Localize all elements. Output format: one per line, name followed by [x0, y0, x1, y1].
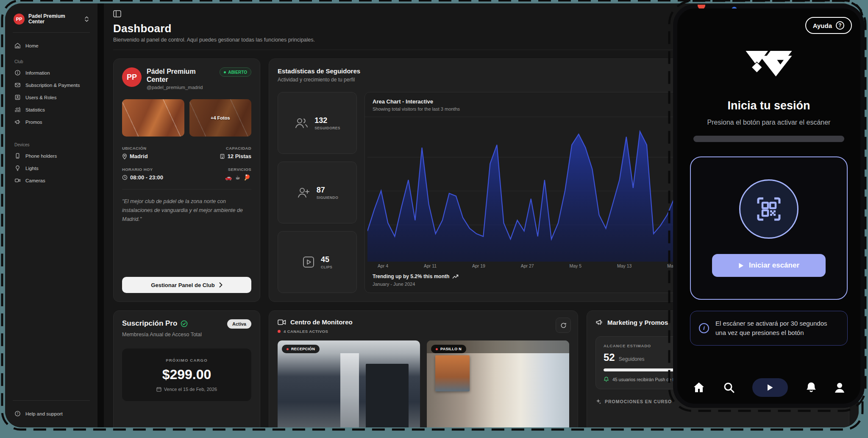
bell-icon [604, 377, 609, 382]
megaphone-icon [595, 318, 603, 326]
phone-bottom-nav [677, 378, 860, 397]
chevron-right-icon [219, 282, 223, 287]
capacity-label: CAPACIDAD [220, 146, 251, 151]
sidebar-section-devices: Devices [14, 142, 88, 147]
x-tick: May 13 [617, 263, 632, 268]
app-logo [744, 49, 794, 81]
calendar-icon [156, 387, 161, 392]
rec-dot [287, 348, 289, 350]
sidebar-item-label: Home [25, 43, 39, 48]
manage-club-button[interactable]: Gestionar Panel de Club [122, 277, 251, 293]
x-tick: May 5 [570, 263, 582, 268]
phone-instruction: Presiona el botón para activar el escáne… [707, 119, 831, 126]
stat-value: 132 [314, 116, 340, 125]
sidebar-item-label: Subscription & Payments [25, 83, 80, 88]
scanner-info-box: i El escáner se activará por 30 segundos… [690, 311, 848, 346]
stat-tile-siguiendo: 87 SIGUIENDO [278, 162, 357, 223]
schedule-label: HORARIO HOY [122, 167, 163, 172]
reach-unit: Seguidores [619, 356, 645, 362]
stat-label: SEGUIDORES [314, 126, 340, 130]
smartphone-icon [14, 153, 21, 159]
live-dot [278, 330, 281, 333]
sparkles-icon [595, 399, 601, 404]
scanner-panel: Iniciar escáner [690, 156, 848, 300]
club-profile-card: PP Pádel Premium Center @padel_premium_m… [113, 59, 260, 302]
club-name: Pádel Premium Center [147, 67, 202, 84]
subscription-card: Suscripción Pro Activa Membresía Anual d… [113, 310, 260, 427]
location-label: UBICACIÓN [122, 146, 148, 151]
profile-nav-icon[interactable] [834, 382, 845, 393]
user-plus-icon [296, 186, 311, 199]
reach-value: 52 [604, 352, 615, 363]
sidebar-item-users-roles[interactable]: Users & Roles [12, 91, 91, 103]
map-pin-icon [122, 153, 127, 159]
sidebar-item-cameras[interactable]: Cameras [12, 174, 91, 187]
x-tick: Apr 11 [424, 263, 437, 268]
workspace-name: Padel Premium Center [28, 14, 81, 25]
club-photo-more[interactable]: +4 Fotos [189, 99, 252, 137]
capacity-value: 12 Pistas [228, 153, 251, 159]
services-label: SERVICIOS [225, 167, 251, 172]
start-scanner-button[interactable]: Iniciar escáner [712, 254, 826, 277]
charge-due-date: Vence el 15 de Feb, 2026 [164, 387, 217, 392]
charge-amount: $299.00 [130, 367, 244, 382]
trend-text: Trending up by 5.2% this month [373, 273, 449, 279]
profile-divider [122, 189, 251, 190]
sidebar-item-phone-holders[interactable]: Phone holders [12, 150, 91, 162]
help-button[interactable]: Ayuda ? [805, 17, 852, 34]
home-nav-icon[interactable] [693, 382, 705, 393]
check-circle-icon [181, 320, 188, 327]
status-dot [224, 71, 226, 73]
sidebar-item-label: Phone holders [25, 153, 57, 159]
sidebar-item-label: Cameras [25, 178, 45, 183]
play-nav-button[interactable] [752, 378, 788, 397]
stat-label: CLIPS [321, 265, 332, 269]
club-photo-1[interactable] [122, 99, 184, 137]
sidebar-item-label: Statistics [25, 107, 45, 112]
x-tick: Apr 4 [378, 263, 388, 268]
next-charge-label: PRÓXIMO CARGO [130, 358, 244, 363]
x-tick: Apr 19 [472, 263, 485, 268]
sidebar-item-lights[interactable]: Lights [12, 162, 91, 174]
chevron-up-down-icon [84, 16, 89, 22]
info-icon [14, 70, 21, 76]
sidebar-item-statistics[interactable]: Statistics [12, 103, 91, 116]
svg-text:?: ? [17, 412, 19, 416]
car-service-icon: 🚗 [225, 174, 233, 181]
sidebar-item-label: Lights [25, 166, 39, 171]
sidebar-item-home[interactable]: Home [12, 39, 91, 52]
sidebar-section-club: Club [14, 59, 88, 64]
megaphone-icon [14, 119, 21, 125]
camera-feed-pasillo[interactable]: PASILLO N [427, 340, 569, 427]
stat-value: 87 [317, 186, 338, 195]
monitoring-title: Centro de Monitoreo [290, 318, 353, 326]
sidebar-toggle-button[interactable] [113, 10, 122, 18]
sidebar-item-label: Information [25, 70, 50, 75]
club-handle: @padel_premium_madrid [147, 85, 203, 90]
camera-feed-recepcion[interactable]: RECEPCIÓN [278, 340, 420, 427]
rec-dot [436, 348, 438, 350]
trending-up-icon [452, 274, 459, 279]
notifications-nav-icon[interactable] [806, 382, 817, 393]
active-badge: Activa [227, 319, 251, 329]
mail-icon [14, 82, 21, 88]
stat-value: 45 [321, 255, 332, 264]
refresh-button[interactable] [556, 318, 571, 333]
feed-badge: PASILLO N [431, 345, 466, 353]
monitoring-card: Centro de Monitoreo 4 CANALES ACTIVOS RE… [269, 310, 578, 427]
workspace-switcher[interactable]: PP Padel Premium Center [12, 13, 91, 25]
sidebar-item-information[interactable]: Information [12, 67, 91, 79]
x-tick: Apr 27 [521, 263, 534, 268]
marketing-title: Marketing y Promos [607, 319, 668, 326]
search-nav-icon[interactable] [723, 382, 735, 393]
home-icon [14, 42, 21, 49]
sidebar-item-label: Users & Roles [25, 95, 57, 100]
sidebar-item-help-support[interactable]: ? Help and support [12, 407, 91, 420]
sidebar-item-promos[interactable]: Promos [12, 116, 91, 128]
sidebar-item-subscription-payments[interactable]: Subscription & Payments [12, 79, 91, 91]
sidebar-footer-divider [13, 400, 90, 401]
sidebar-divider [13, 32, 90, 33]
sidebar: PP Padel Premium Center Home Club Inform… [5, 3, 104, 427]
workspace-avatar: PP [14, 14, 25, 25]
monitoring-status: 4 CANALES ACTIVOS [284, 329, 328, 334]
